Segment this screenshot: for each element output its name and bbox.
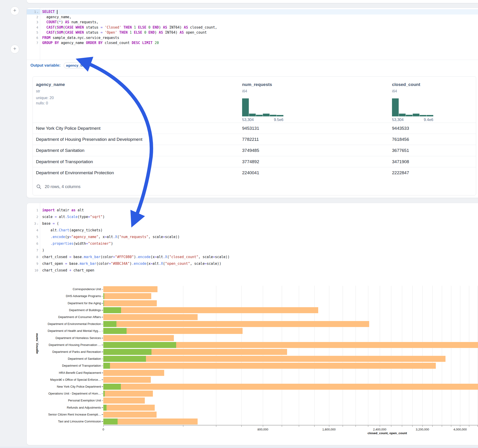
- table-cell: Department of Environmental Protection: [36, 170, 114, 175]
- column-header[interactable]: agency_name: [36, 82, 65, 87]
- bottom-strip: [0, 447, 478, 448]
- code-line: 3 COUNT(*) AS num_requests,: [27, 20, 478, 25]
- code-line: 5 .encode(y="agency_name", x=alt.X("num_…: [27, 233, 478, 240]
- histogram-bar: [277, 115, 283, 116]
- code-line: 7GROUP BY agency_name ORDER BY closed_co…: [27, 40, 478, 46]
- code-line: 4 CAST(SUM(CASE WHEN status = 'Closed' T…: [27, 25, 478, 30]
- notebook-page: + + 1⌄SELECT 2 agency_name,3 COUNT(*) AS…: [0, 0, 478, 448]
- histogram-bar: [263, 114, 270, 116]
- fold-chevron-icon[interactable]: ⌄: [37, 222, 38, 225]
- line-number: 8: [27, 254, 40, 260]
- line-number: 1: [27, 207, 40, 213]
- code-line-content: COUNT(*) AS num_requests,: [40, 20, 98, 24]
- table-cell: 2240041: [242, 170, 259, 175]
- line-number: 2: [27, 213, 40, 220]
- code-line: 9chart_open = base.mark_bar(color="#8BC3…: [27, 260, 478, 267]
- code-line-content: chart_open = base.mark_bar(color="#8BC34…: [40, 261, 221, 266]
- table-row: Department of Environmental Protection22…: [33, 167, 476, 178]
- code-line-content: base = (: [40, 221, 59, 226]
- line-number: 9: [27, 260, 40, 267]
- histogram-bar: [256, 115, 263, 116]
- table-footer: 20 rows, 4 columns: [36, 178, 81, 195]
- table-cell: 3749485: [242, 148, 259, 153]
- column-stat: unique: 20: [36, 96, 54, 100]
- table-cell: Department of Sanitation: [36, 148, 84, 153]
- histogram-bar: [406, 115, 413, 116]
- code-line: 2scale = alt.Scale(type="sqrt"): [27, 213, 478, 220]
- previous-cell-card-edge: [26, 0, 478, 3]
- code-line-content: agency_name,: [40, 15, 71, 19]
- histogram-bar: [399, 114, 406, 116]
- line-number: 4: [27, 25, 40, 30]
- code-line-content: ): [40, 248, 44, 252]
- table-cell: 7782211: [242, 137, 259, 142]
- code-line-content: .properties(width="container"): [40, 242, 113, 246]
- plus-icon: +: [13, 7, 16, 13]
- histogram-min-label: 53,304: [392, 118, 403, 122]
- table-cell: 3774892: [242, 159, 259, 164]
- histogram-bar: [270, 115, 277, 116]
- code-line-content: SELECT: [40, 10, 57, 14]
- code-line: 8chart_closed = base.mark_bar(color="#FF…: [27, 254, 478, 260]
- code-line: 4 alt.Chart(agency_tickets): [27, 227, 478, 233]
- code-line-content: .encode(y="agency_name", x=alt.X("num_re…: [40, 235, 180, 239]
- line-number: 1⌄: [27, 9, 40, 14]
- column-header[interactable]: num_requests: [242, 82, 272, 87]
- sql-code-editor[interactable]: 1⌄SELECT 2 agency_name,3 COUNT(*) AS num…: [27, 8, 478, 61]
- python-code-editor[interactable]: 1import altair as alt2scale = alt.Scale(…: [27, 203, 478, 277]
- output-variable-label: Output variable:: [31, 63, 60, 68]
- code-line: 10chart_closed + chart_open: [27, 267, 478, 274]
- line-number: 3: [27, 20, 40, 25]
- code-line: 5 CAST(SUM(CASE WHEN status = 'Open' THE…: [27, 30, 478, 35]
- line-number: 6: [27, 240, 40, 247]
- cursor-caret: [57, 10, 57, 14]
- code-line-content: alt.Chart(agency_tickets): [40, 228, 103, 232]
- code-line: 6 .properties(width="container"): [27, 240, 478, 247]
- code-line-content: scale = alt.Scale(type="sqrt"): [40, 215, 105, 219]
- add-cell-button[interactable]: +: [10, 6, 19, 15]
- column-dtype: i64: [242, 89, 247, 93]
- line-number: 4: [27, 227, 40, 233]
- histogram-max-label: 9.5e6: [267, 118, 283, 122]
- column-stat: nulls: 0: [36, 101, 48, 105]
- line-number: 10: [27, 267, 40, 274]
- table-cell: 3471908: [392, 159, 409, 164]
- results-table-card: agency_namestrunique: 20nulls: 0num_requ…: [32, 76, 476, 195]
- code-line-content: GROUP BY agency_name ORDER BY closed_cou…: [40, 41, 159, 45]
- column-histogram: [392, 98, 433, 116]
- line-number: 5: [27, 233, 40, 240]
- output-variable-pill[interactable]: agency_tickets: [64, 62, 88, 68]
- histogram-max-label: 9.4e6: [417, 118, 433, 122]
- fold-chevron-icon[interactable]: ⌄: [37, 11, 38, 13]
- add-cell-button[interactable]: +: [10, 45, 19, 53]
- line-number: 2: [27, 14, 40, 20]
- table-cell: 9453131: [242, 126, 259, 131]
- histogram-bar: [392, 98, 399, 116]
- table-cell: 9443533: [392, 126, 409, 131]
- gutter-divider: [40, 8, 40, 60]
- histogram-bar: [427, 115, 433, 116]
- table-cell: Department of Transportation: [36, 159, 93, 164]
- column-dtype: i64: [392, 89, 397, 93]
- table-row: Department of Housing Preservation and D…: [33, 134, 476, 145]
- table-footer-text: 20 rows, 4 columns: [45, 184, 81, 189]
- table-cell: 3677651: [392, 148, 409, 153]
- search-icon[interactable]: [36, 184, 42, 189]
- line-number: 5: [27, 30, 40, 35]
- code-line: 3⌄base = (: [27, 220, 478, 227]
- table-row: New York City Police Department945313194…: [33, 123, 476, 134]
- column-dtype: str: [36, 89, 40, 93]
- column-header[interactable]: closed_count: [392, 82, 420, 87]
- table-header: agency_namestrunique: 20nulls: 0num_requ…: [33, 76, 476, 123]
- histogram-min-label: 53,304: [242, 118, 254, 122]
- column-histogram: [242, 98, 283, 116]
- code-line-content: chart_closed = base.mark_bar(color="#FFC…: [40, 255, 230, 259]
- line-number: 3⌄: [27, 220, 40, 227]
- histogram-bar: [420, 115, 426, 116]
- line-number: 6: [27, 35, 40, 41]
- table-cell: 2222847: [392, 170, 409, 175]
- python-cell-card: 1import altair as alt2scale = alt.Scale(…: [26, 203, 478, 445]
- code-line-content: CAST(SUM(CASE WHEN status = 'Open' THEN …: [40, 31, 207, 35]
- sql-cell-card: 1⌄SELECT 2 agency_name,3 COUNT(*) AS num…: [26, 8, 478, 198]
- code-line: 6FROM sample_data.nyc.service_requests: [27, 35, 478, 41]
